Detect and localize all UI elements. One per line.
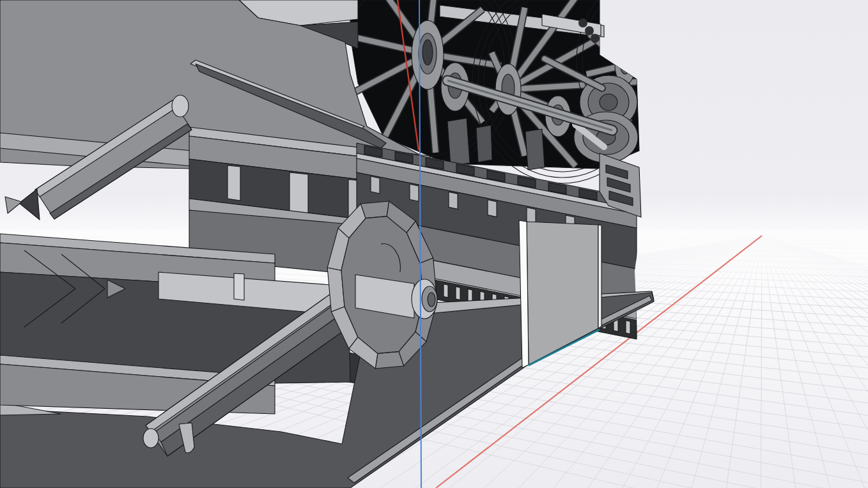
pipe-knob — [591, 34, 600, 43]
panel-right-edge — [598, 225, 601, 328]
beam-cap — [172, 95, 189, 117]
viewport-canvas[interactable] — [0, 0, 868, 488]
pipe-knob — [578, 19, 587, 27]
pipe-knob — [585, 26, 594, 35]
beam-cap — [143, 429, 159, 448]
